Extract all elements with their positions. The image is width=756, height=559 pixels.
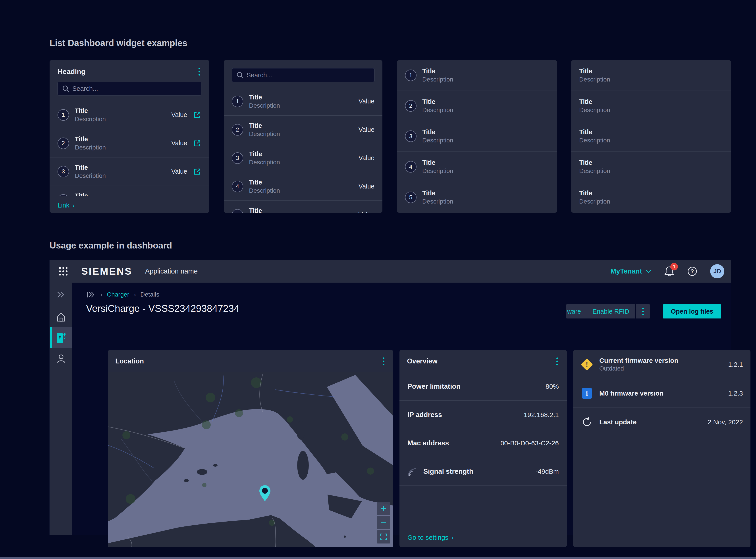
avatar[interactable]: JD xyxy=(710,264,724,278)
help-button[interactable]: ? xyxy=(687,266,698,276)
external-link-icon[interactable] xyxy=(193,111,202,119)
list-item[interactable]: 4 TitleDescription Value xyxy=(50,186,209,196)
chevron-down-icon xyxy=(645,270,651,273)
item-value: Value xyxy=(358,154,375,162)
list-item[interactable]: 3 TitleDescription Value xyxy=(224,144,382,172)
kebab-menu-icon[interactable] xyxy=(555,356,559,366)
item-value: Value xyxy=(171,139,187,147)
map-controls: + − xyxy=(377,502,390,543)
item-description: Description xyxy=(422,76,453,83)
sidebar-item-charger[interactable] xyxy=(50,327,72,348)
open-log-files-button[interactable]: Open log files xyxy=(663,304,721,318)
zoom-in-button[interactable]: + xyxy=(377,502,390,515)
sidebar-expand-button[interactable] xyxy=(50,284,72,305)
dashboard-example: SIEMENS Application name MyTenant 1 ? JD xyxy=(50,260,731,535)
item-title: Title xyxy=(249,150,280,158)
item-number: 3 xyxy=(57,166,69,177)
list-item[interactable]: 1 TitleDescription Value xyxy=(50,101,209,129)
list-item[interactable]: 2 TitleDescription xyxy=(397,91,557,121)
list-item[interactable]: TitleDescription xyxy=(571,182,731,213)
sidebar-item-home[interactable] xyxy=(50,307,72,327)
list-item[interactable]: 3 TitleDescription Value xyxy=(50,157,209,186)
overview-row: Signal strength -49dBm xyxy=(399,457,567,486)
app-header: SIEMENS Application name MyTenant 1 ? JD xyxy=(50,260,731,283)
truncated-firmware-button[interactable]: ware xyxy=(566,304,586,318)
item-value: Value xyxy=(358,126,375,133)
item-number: 2 xyxy=(57,137,69,149)
map[interactable]: + − xyxy=(108,372,393,547)
widget-list: 1 TitleDescription 2 TitleDescription 3 … xyxy=(397,60,557,213)
list-item[interactable]: TitleDescription xyxy=(571,152,731,182)
list-item[interactable]: 3 TitleDescription xyxy=(397,121,557,152)
kebab-menu-icon[interactable] xyxy=(197,66,202,77)
search-field[interactable] xyxy=(57,82,202,95)
list-item[interactable]: 2 TitleDescription Value xyxy=(50,129,209,157)
fullscreen-button[interactable] xyxy=(377,530,390,543)
more-actions-button[interactable] xyxy=(636,304,650,318)
go-to-settings-link[interactable]: Go to settings › xyxy=(407,534,454,541)
home-icon xyxy=(56,312,66,322)
list-item[interactable]: 1 TitleDescription Value xyxy=(224,87,382,116)
notification-badge: 1 xyxy=(670,263,678,270)
list-widget-numbered: 1 TitleDescription 2 TitleDescription 3 … xyxy=(397,60,557,213)
item-title: Title xyxy=(422,68,453,75)
widget-link[interactable]: Link › xyxy=(57,202,75,209)
section-title-usage: Usage example in dashboard xyxy=(50,241,172,250)
list-item[interactable]: 5 TitleDescription xyxy=(397,182,557,213)
search-input[interactable] xyxy=(232,68,375,82)
item-title: Title xyxy=(422,189,453,197)
item-description: Description xyxy=(75,144,106,151)
search-input[interactable] xyxy=(57,82,202,95)
list-item[interactable]: 1 TitleDescription xyxy=(397,60,557,91)
item-value: Value xyxy=(358,211,375,213)
zoom-out-button[interactable]: − xyxy=(377,516,390,529)
list-item[interactable]: 5 TitleDescription Value xyxy=(224,201,382,213)
kebab-menu-icon xyxy=(641,306,645,317)
external-link-icon[interactable] xyxy=(193,139,202,148)
item-title: Title xyxy=(75,164,106,171)
item-number: 1 xyxy=(57,109,69,121)
application-name: Application name xyxy=(145,267,198,275)
item-description: Description xyxy=(422,167,453,175)
external-link-icon[interactable] xyxy=(193,196,202,196)
breadcrumb-root-icon[interactable] xyxy=(87,291,96,298)
widget-list: 1 TitleDescription Value 2 TitleDescript… xyxy=(50,101,209,196)
list-widget-search-values: 1 TitleDescription Value 2 TitleDescript… xyxy=(224,60,382,213)
list-item[interactable]: 2 TitleDescription Value xyxy=(224,116,382,144)
item-number: 2 xyxy=(405,100,417,112)
list-item[interactable]: 4 TitleDescription Value xyxy=(224,172,382,201)
item-number: 2 xyxy=(232,124,243,136)
item-number: 1 xyxy=(232,96,243,107)
list-item[interactable]: TitleDescription xyxy=(571,91,731,121)
item-title: Title xyxy=(422,159,453,166)
item-number: 1 xyxy=(405,70,417,81)
firmware-card: ! Current firmware versionOutdated 1.2.1… xyxy=(573,350,751,547)
item-title: Title xyxy=(249,94,280,101)
app-launcher-icon[interactable] xyxy=(56,264,70,278)
horizontal-scrollbar[interactable] xyxy=(0,557,756,559)
enable-rfid-button[interactable]: Enable RFID xyxy=(586,304,635,318)
card-title: Overview xyxy=(407,357,438,365)
notifications-button[interactable]: 1 xyxy=(664,266,674,276)
tenant-selector[interactable]: MyTenant xyxy=(611,267,651,275)
item-value: Value xyxy=(358,183,375,190)
breadcrumb-separator: › xyxy=(134,291,136,298)
list-item[interactable]: 4 TitleDescription xyxy=(397,152,557,182)
list-item[interactable]: TitleDescription xyxy=(571,121,731,152)
breadcrumb-charger[interactable]: Charger xyxy=(107,291,129,298)
external-link-icon[interactable] xyxy=(193,167,202,176)
kebab-menu-icon[interactable] xyxy=(381,356,386,366)
firmware-row: i M0 firmware version 1.2.3 xyxy=(573,379,751,408)
widget-list: TitleDescription TitleDescription TitleD… xyxy=(571,60,731,213)
breadcrumb-separator: › xyxy=(100,291,102,298)
item-description: Description xyxy=(579,198,610,205)
firmware-row: Last update 2 Nov, 2022 xyxy=(573,408,751,437)
overview-card: Overview Power limitation 80% IP address… xyxy=(399,350,567,547)
list-item[interactable]: TitleDescription xyxy=(571,60,731,91)
sidebar-item-user[interactable] xyxy=(50,348,72,369)
search-field[interactable] xyxy=(232,68,375,82)
item-title: Title xyxy=(422,98,453,106)
item-title: Title xyxy=(249,122,280,129)
item-description: Description xyxy=(75,172,106,179)
widget-list: 1 TitleDescription Value 2 TitleDescript… xyxy=(224,87,382,213)
